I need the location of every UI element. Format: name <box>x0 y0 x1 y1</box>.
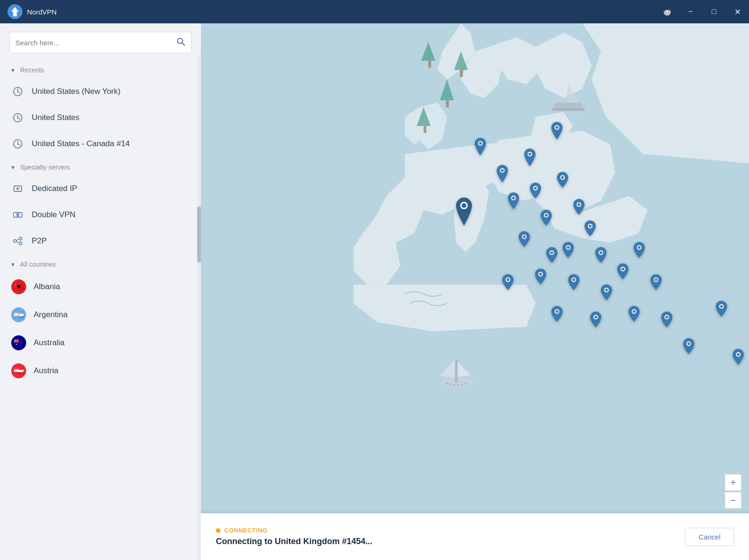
sidebar: ▾ Recents United States (New York) <box>0 23 201 560</box>
recent-item-us-ny: United States (New York) <box>32 87 121 96</box>
server-list[interactable]: ▾ Recents United States (New York) <box>0 58 201 560</box>
map-pin-23[interactable] <box>551 306 563 324</box>
zoom-out-button[interactable]: − <box>725 492 742 509</box>
map-pin-13[interactable] <box>595 247 607 265</box>
map-pin-9[interactable] <box>573 199 585 217</box>
map-pin-26[interactable] <box>715 301 728 319</box>
list-item[interactable]: 🇦🇹 Austria <box>0 357 201 385</box>
svg-point-38 <box>461 383 463 385</box>
map-pin-28[interactable] <box>502 274 514 292</box>
recents-section-header[interactable]: ▾ Recents <box>0 60 201 78</box>
map-pin-10[interactable] <box>584 220 596 238</box>
austria-label: Austria <box>34 366 58 376</box>
map-pin-5[interactable] <box>507 192 520 211</box>
map-pin-4[interactable] <box>550 122 564 142</box>
austria-flag: 🇦🇹 <box>11 363 26 378</box>
map-pin-16[interactable] <box>568 274 580 292</box>
svg-point-97 <box>506 278 509 281</box>
svg-point-34 <box>446 383 448 384</box>
svg-point-93 <box>720 305 723 308</box>
clock-icon <box>11 85 24 98</box>
map-pin-18[interactable] <box>617 263 629 281</box>
all-countries-section-header[interactable]: ▾ All countries <box>0 254 201 273</box>
search-input[interactable] <box>15 39 176 47</box>
map-pin-12[interactable] <box>546 247 558 265</box>
svg-point-73 <box>572 278 575 281</box>
map-pin-11[interactable] <box>562 242 574 260</box>
svg-point-45 <box>501 169 504 172</box>
maximize-button[interactable]: □ <box>702 0 726 23</box>
search-container <box>0 23 201 58</box>
list-item[interactable]: Double VPN <box>0 202 201 228</box>
svg-line-16 <box>16 241 19 243</box>
svg-point-61 <box>589 225 592 227</box>
list-item[interactable]: Dedicated IP <box>0 176 201 202</box>
minimize-button[interactable]: − <box>679 0 702 23</box>
svg-point-67 <box>599 251 602 254</box>
svg-point-81 <box>655 278 657 281</box>
list-item[interactable]: United States - Canada #14 <box>0 131 201 157</box>
svg-rect-23 <box>460 70 463 77</box>
map-pin-8[interactable] <box>556 172 569 190</box>
map-pin-1[interactable] <box>473 138 487 157</box>
svg-point-85 <box>594 316 597 319</box>
svg-point-59 <box>578 203 580 206</box>
specialty-section-header[interactable]: ▾ Specialty servers <box>0 157 201 176</box>
map-pin-24[interactable] <box>661 312 673 329</box>
map-pin-2[interactable] <box>495 165 509 184</box>
settings-button[interactable] <box>656 0 679 23</box>
cancel-button[interactable]: Cancel <box>685 528 734 546</box>
search-icon <box>176 37 185 46</box>
search-button[interactable] <box>176 37 185 49</box>
map-pin-17[interactable] <box>600 284 613 302</box>
svg-rect-29 <box>552 108 585 111</box>
svg-point-14 <box>19 242 22 245</box>
map-pin-20[interactable] <box>650 274 662 292</box>
svg-point-43 <box>479 142 482 145</box>
map-pin-uk-active[interactable] <box>453 198 475 227</box>
map-pin-19[interactable] <box>633 242 645 260</box>
nordvpn-logo-icon <box>7 4 22 19</box>
list-item[interactable]: P2P <box>0 228 201 254</box>
svg-point-53 <box>534 187 537 190</box>
close-button[interactable]: ✕ <box>726 0 749 23</box>
svg-point-47 <box>528 153 531 156</box>
svg-point-79 <box>638 246 641 249</box>
map-pin-15[interactable] <box>535 269 547 286</box>
map-pin-22[interactable] <box>590 312 602 329</box>
double-vpn-icon <box>11 208 24 221</box>
map-pin-7[interactable] <box>540 210 552 227</box>
map-pin-25[interactable] <box>683 338 695 356</box>
recents-chevron-icon: ▾ <box>11 66 14 74</box>
app-title: NordVPN <box>27 8 57 16</box>
svg-rect-19 <box>428 61 431 68</box>
list-item[interactable]: 🇦🇱 Albania <box>0 273 201 301</box>
clock-icon <box>11 111 24 124</box>
list-item[interactable]: 🇦🇺 Australia <box>0 329 201 357</box>
svg-rect-31 <box>455 359 458 383</box>
svg-point-39 <box>465 383 467 384</box>
list-item[interactable]: United States (New York) <box>0 78 201 105</box>
svg-line-2 <box>182 43 185 45</box>
svg-point-37 <box>457 384 459 386</box>
map-pin-21[interactable] <box>628 306 640 324</box>
svg-point-12 <box>14 240 16 242</box>
app-logo: NordVPN <box>7 4 57 19</box>
scrollbar-thumb[interactable] <box>197 206 201 262</box>
svg-point-63 <box>567 246 570 249</box>
map-pin-27[interactable] <box>732 349 744 367</box>
specialty-chevron-icon: ▾ <box>11 163 14 171</box>
zoom-in-button[interactable]: + <box>725 474 742 491</box>
map-pin-6[interactable] <box>529 183 542 200</box>
search-wrapper <box>9 32 192 53</box>
list-item[interactable]: United States <box>0 105 201 131</box>
svg-point-87 <box>556 310 558 313</box>
status-dot <box>216 528 221 533</box>
albania-flag: 🇦🇱 <box>11 279 26 294</box>
svg-point-41 <box>462 203 466 208</box>
list-item[interactable]: 🇦🇷 Argentina <box>0 301 201 329</box>
svg-point-71 <box>539 273 542 276</box>
map-pin-3[interactable] <box>523 149 537 168</box>
map-pin-14[interactable] <box>518 231 530 249</box>
status-connecting-label: CONNECTING <box>224 527 267 534</box>
